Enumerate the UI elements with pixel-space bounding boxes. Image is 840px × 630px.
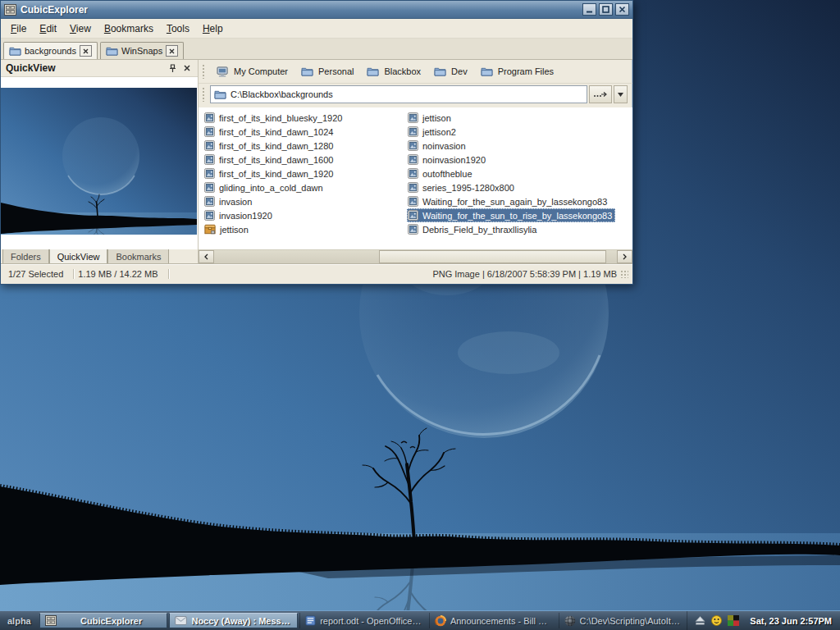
menu-item-tools[interactable]: Tools [160, 21, 196, 37]
file-name: gliding_into_a_cold_dawn [219, 183, 323, 193]
toolbar-grip[interactable] [202, 64, 206, 79]
window-title: CubicExplorer [21, 4, 580, 16]
addressbar-grip[interactable] [202, 87, 206, 102]
address-bar: C:\Blackbox\backgrounds [199, 84, 632, 107]
file-item[interactable]: gliding_into_a_cold_dawn [203, 180, 326, 194]
file-item[interactable]: first_of_its_kind_bluesky_1920 [203, 111, 345, 125]
toolbar-button-my-computer[interactable]: My Computer [210, 63, 294, 80]
task-button-label: Announcements - Bill & Melinda G... [450, 616, 552, 626]
file-item[interactable]: outoftheblue [407, 167, 476, 180]
image-icon [408, 126, 418, 137]
menu-bar: FileEditViewBookmarksToolsHelp [1, 19, 632, 39]
toolbar-button-label: Dev [451, 66, 468, 76]
file-name: first_of_its_kind_dawn_1024 [219, 127, 333, 137]
workspace-label[interactable]: alpha [0, 611, 39, 630]
toolbar-button-blackbox[interactable]: Blackbox [360, 63, 427, 80]
task-button-2[interactable]: report.odt - OpenOffice.org Writer [299, 613, 427, 628]
file-name: first_of_its_kind_dawn_1920 [219, 169, 333, 179]
file-item[interactable]: jettison [407, 111, 454, 125]
file-item[interactable]: noinvasion1920 [407, 153, 489, 167]
file-column-left: first_of_its_kind_bluesky_1920first_of_i… [203, 111, 407, 236]
file-list: first_of_its_kind_bluesky_1920first_of_i… [199, 107, 632, 249]
menu-item-file[interactable]: File [4, 21, 33, 37]
file-name: invasion1920 [219, 211, 272, 221]
favorites-toolbar: My ComputerPersonalBlackboxDevProgram Fi… [199, 60, 632, 84]
file-item[interactable]: first_of_its_kind_dawn_1024 [203, 125, 336, 139]
file-item[interactable]: invasion1920 [203, 208, 276, 222]
file-name: Debris_Field_by_thraxllisylia [422, 225, 536, 235]
horizontal-scrollbar[interactable] [199, 249, 632, 263]
tab-close-icon[interactable] [166, 45, 178, 57]
file-column-right: jettisonjettison2noinvasionnoinvasion192… [407, 111, 632, 236]
address-dropdown-button[interactable] [614, 85, 628, 103]
tab-close-icon[interactable] [80, 45, 92, 57]
image-icon [408, 182, 418, 193]
tray-eject-icon[interactable] [695, 616, 705, 625]
file-item[interactable]: first_of_its_kind_dawn_1600 [203, 153, 336, 167]
task-button-label: C:\Dev\Scripting\AutoIt3\auto-ch... [580, 616, 682, 626]
file-item[interactable]: noinvasion [407, 139, 469, 153]
status-file-info: PNG Image | 6/18/2007 5:58:39 PM | 1.19 … [432, 269, 620, 279]
menu-item-help[interactable]: Help [196, 21, 230, 37]
toolbar-button-program-files[interactable]: Program Files [474, 63, 560, 80]
image-icon [408, 112, 418, 123]
tray-color-grid-icon[interactable] [728, 615, 739, 626]
toolbar-button-dev[interactable]: Dev [427, 63, 474, 80]
close-button[interactable] [615, 3, 629, 16]
folder-tab-bar: backgroundsWinSnaps [1, 39, 632, 60]
scrollbar-track[interactable] [214, 250, 617, 263]
menu-item-view[interactable]: View [63, 21, 98, 37]
minimize-button[interactable] [582, 3, 596, 16]
task-button-0[interactable]: CubicExplorer [39, 613, 168, 628]
file-item[interactable]: series_1995-1280x800 [407, 180, 518, 194]
writer-doc-icon [305, 615, 316, 626]
image-icon [204, 168, 215, 179]
file-item[interactable]: jettison [203, 222, 252, 236]
address-go-button[interactable] [589, 85, 612, 103]
menu-item-bookmarks[interactable]: Bookmarks [98, 21, 160, 37]
scroll-left-button[interactable] [199, 250, 214, 263]
tab-winsnaps[interactable]: WinSnaps [100, 42, 184, 59]
file-item[interactable]: jettison2 [407, 125, 459, 139]
image-icon [408, 154, 418, 165]
folder-icon [301, 66, 313, 76]
image-icon [408, 196, 418, 207]
image-icon [204, 126, 215, 137]
task-button-4[interactable]: C:\Dev\Scripting\AutoIt3\auto-ch... [559, 613, 687, 628]
task-button-3[interactable]: Announcements - Bill & Melinda G... [429, 613, 557, 628]
folder-icon [9, 46, 21, 56]
pin-icon[interactable] [167, 62, 178, 74]
file-item[interactable]: first_of_its_kind_dawn_1920 [203, 167, 336, 180]
file-name: jettison [220, 225, 249, 235]
file-item[interactable]: invasion [203, 194, 255, 208]
menu-item-edit[interactable]: Edit [33, 21, 63, 37]
toolbar-button-label: Program Files [498, 66, 554, 76]
file-item[interactable]: Debris_Field_by_thraxllisylia [407, 222, 540, 236]
image-icon [408, 168, 418, 179]
task-button-label: CubicExplorer [61, 616, 162, 626]
scroll-right-button[interactable] [617, 250, 632, 263]
address-input[interactable]: C:\Blackbox\backgrounds [210, 85, 587, 103]
toolbar-button-personal[interactable]: Personal [294, 63, 360, 80]
file-name: series_1995-1280x800 [422, 183, 514, 193]
archive-icon [204, 224, 216, 235]
file-name: jettison [422, 113, 451, 123]
file-item[interactable]: Waiting_for_the_sun_again_by_lassekongo8… [407, 194, 610, 208]
image-icon [204, 140, 215, 151]
quickview-title: QuickView [6, 62, 163, 74]
image-icon [408, 210, 418, 221]
task-button-1[interactable]: Noccy (Away) : Message Session [169, 613, 298, 628]
maximize-button[interactable] [599, 3, 613, 16]
file-name: Waiting_for_the_sun_to_rise_by_lassekong… [422, 211, 612, 221]
titlebar[interactable]: CubicExplorer [1, 1, 632, 19]
close-icon[interactable] [181, 62, 193, 74]
taskbar-clock[interactable]: Sat, 23 Jun 2:57PM [746, 611, 840, 630]
tab-backgrounds[interactable]: backgrounds [3, 42, 98, 59]
toolbar-button-label: Personal [318, 66, 354, 76]
scrollbar-thumb[interactable] [379, 250, 606, 263]
file-item[interactable]: Waiting_for_the_sun_to_rise_by_lassekong… [407, 208, 615, 222]
file-item[interactable]: first_of_its_kind_dawn_1280 [203, 139, 336, 153]
resize-grip[interactable] [620, 270, 628, 278]
image-icon [204, 182, 215, 193]
tray-smiley-icon[interactable] [711, 615, 722, 626]
